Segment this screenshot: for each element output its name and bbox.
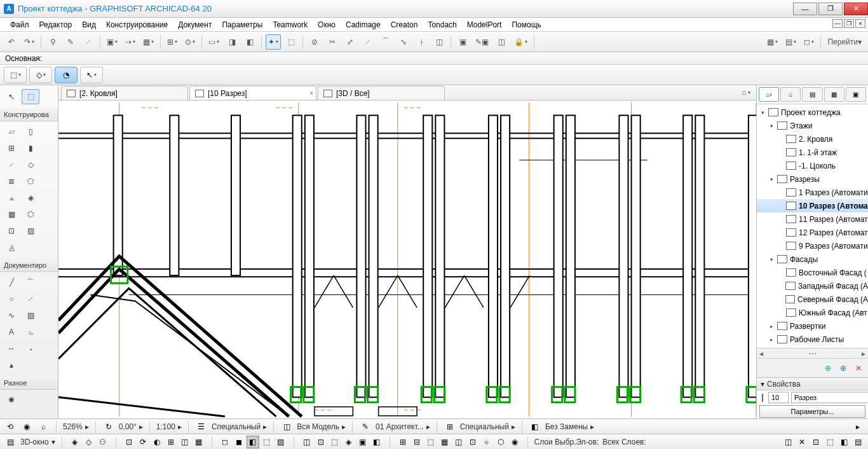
penset-combo[interactable]: 01 Архитект... xyxy=(376,422,424,431)
f1[interactable]: ⊞ xyxy=(397,436,409,448)
group-button[interactable]: ▣ xyxy=(455,34,470,50)
menu-file[interactable]: Файл xyxy=(5,18,34,31)
pick-button[interactable]: ⚲ xyxy=(45,34,60,50)
tab-close[interactable]: × xyxy=(309,90,313,97)
menu-tondach[interactable]: Tondach xyxy=(423,18,461,31)
stair-tool[interactable]: ≣ xyxy=(3,174,20,189)
model-combo[interactable]: Вся Модель xyxy=(297,422,339,431)
child-restore[interactable]: ❐ xyxy=(844,19,854,28)
b6[interactable]: ▦ xyxy=(193,436,205,448)
menu-view[interactable]: Вид xyxy=(77,18,101,31)
layout-book-button[interactable]: ▤ xyxy=(783,34,799,50)
nav-tab-sets[interactable]: ▣ xyxy=(846,87,866,102)
navigate-button[interactable]: Перейти ▾ xyxy=(825,34,864,50)
b3[interactable]: ◐ xyxy=(151,436,163,448)
tree-node-Фасады[interactable]: ▾Фасады xyxy=(757,252,868,266)
morph-tool[interactable]: ⬡ xyxy=(22,207,39,222)
properties-header[interactable]: Свойства xyxy=(767,380,801,389)
tree-node-Восточный-Фасад-[interactable]: Восточный Фасад ( xyxy=(757,266,868,279)
b4[interactable]: ⊞ xyxy=(165,436,177,448)
3d-window-button[interactable]: ◻ xyxy=(801,34,817,50)
tab-3d[interactable]: [3D / Все] xyxy=(318,86,445,100)
b2[interactable]: ⟳ xyxy=(137,436,149,448)
trace-button[interactable]: ▭ xyxy=(206,34,222,50)
s5[interactable]: ▨ xyxy=(275,436,287,448)
pen-icon[interactable]: ✎ xyxy=(359,420,372,433)
g6[interactable]: ▤ xyxy=(851,436,864,448)
zoom-fit-button[interactable]: ⌕ xyxy=(37,420,50,433)
tree-node-2-Кровля[interactable]: 2. Кровля xyxy=(757,132,868,146)
extend-button[interactable]: ◫ xyxy=(431,34,447,50)
tree-node-Развертки[interactable]: ▸Развертки xyxy=(757,319,868,333)
menu-cadimage[interactable]: Cadimage xyxy=(341,18,386,31)
redo-button[interactable]: ↷ xyxy=(22,34,37,50)
override-icon[interactable]: ◧ xyxy=(529,420,541,433)
persp-button[interactable]: ◈ xyxy=(69,436,81,448)
props-id-input[interactable] xyxy=(768,392,789,403)
tab-overflow-button[interactable]: ⌂ xyxy=(738,85,754,100)
rotate-button[interactable]: ↻ xyxy=(102,420,115,433)
override-combo[interactable]: Без Замены xyxy=(545,422,588,431)
menu-teamwork[interactable]: Teamwork xyxy=(268,18,313,31)
menu-options[interactable]: Параметры xyxy=(217,18,268,31)
axo-button[interactable]: ◇ xyxy=(83,436,95,448)
slab-tool[interactable]: ◇ xyxy=(22,157,39,172)
angle-tool[interactable] xyxy=(22,357,39,373)
suspend-button[interactable]: ⊘ xyxy=(307,34,322,50)
f6[interactable]: ⊡ xyxy=(466,436,479,448)
tree-node-Северный-Фасад-А[interactable]: Северный Фасад (А xyxy=(757,293,868,306)
spline-tool[interactable]: ∿ xyxy=(3,308,20,323)
eyedropper-button[interactable]: ✎ xyxy=(63,34,78,50)
scale-value[interactable]: 1:100 xyxy=(156,422,175,431)
tree-node-Южный-Фасад-Авт[interactable]: Южный Фасад (Авт xyxy=(757,306,868,319)
drawing-viewport[interactable] xyxy=(58,100,756,418)
tree-node-Западный-Фасад-А[interactable]: Западный Фасад (А xyxy=(757,279,868,293)
e1[interactable]: ◫ xyxy=(301,436,313,448)
settings-button[interactable]: Параметры... xyxy=(759,405,865,418)
tree-node-Разрезы[interactable]: ▾Разрезы xyxy=(757,172,868,186)
undo-button[interactable]: ↶ xyxy=(4,34,19,50)
text-tool[interactable]: A xyxy=(3,324,20,340)
toolbox-misc-header[interactable]: Разное xyxy=(0,376,58,390)
nav-tab-layout[interactable]: ▤ xyxy=(802,87,822,102)
line-tool[interactable]: ╱ xyxy=(3,275,20,290)
nav-delete-button[interactable]: ✕ xyxy=(853,363,864,374)
wall-tool[interactable]: ▱ xyxy=(3,124,20,139)
grid-button[interactable]: ⊞ xyxy=(165,34,180,50)
arrow-mode-button[interactable]: ↖ xyxy=(80,67,103,83)
fillet-button[interactable]: ⌒ xyxy=(378,34,393,50)
snap-button[interactable]: ▦ xyxy=(140,34,156,50)
tree-node-Этажи[interactable]: ▾Этажи xyxy=(757,119,868,132)
trace-swap-button[interactable]: ◧ xyxy=(242,34,257,50)
f2[interactable]: ⊟ xyxy=(410,436,423,448)
mesh-tool[interactable]: ◬ xyxy=(3,240,20,255)
nav-tab-view[interactable]: ⌂ xyxy=(780,87,801,102)
angle-value[interactable]: 0,00° xyxy=(119,422,137,431)
window-tool[interactable]: ⊞ xyxy=(3,141,20,156)
tree-node--1-Цоколь[interactable]: -1. Цоколь xyxy=(757,159,868,172)
shell-tool[interactable]: ⟁ xyxy=(3,190,20,205)
window-list-button[interactable]: ▤ xyxy=(4,436,17,448)
tab-section[interactable]: [10 Разрез]× xyxy=(189,86,316,100)
e6[interactable]: ◧ xyxy=(370,436,383,448)
tree-node-10-Разрез-Автома[interactable]: 10 Разрез (Автома xyxy=(757,199,868,212)
marquee-tool[interactable]: ⬚ xyxy=(22,89,39,104)
arc-tool[interactable]: ⌒ xyxy=(22,275,39,290)
guides-button[interactable]: ⇢ xyxy=(123,34,138,50)
marquee-rect-button[interactable]: ⬚ xyxy=(4,67,27,83)
marquee-single-button[interactable]: ◔ xyxy=(55,67,78,83)
tree-node-Рабочие-Листы[interactable]: ▸Рабочие Листы xyxy=(757,333,868,346)
tree-node-1-1-й-этаж[interactable]: 1. 1-й этаж xyxy=(757,146,868,159)
ungroup-button[interactable]: ◫ xyxy=(494,34,509,50)
ruler-button[interactable]: ▣ xyxy=(104,34,120,50)
nav-dup-button[interactable]: ⊕ xyxy=(837,363,849,374)
adjust-button[interactable]: ⤢ xyxy=(342,34,358,50)
tree-node-Проект-коттеджа[interactable]: ▾Проект коттеджа xyxy=(757,106,868,119)
menu-modelport[interactable]: ModelPort xyxy=(462,18,507,31)
column-tool[interactable]: ▮ xyxy=(22,141,39,156)
camera-tool[interactable]: ✺ xyxy=(3,392,20,408)
s2[interactable]: ◼ xyxy=(233,436,245,448)
arrow-tool[interactable]: ↖ xyxy=(3,89,20,104)
f4[interactable]: ▦ xyxy=(438,436,451,448)
layers-icon[interactable]: ☰ xyxy=(195,420,208,433)
